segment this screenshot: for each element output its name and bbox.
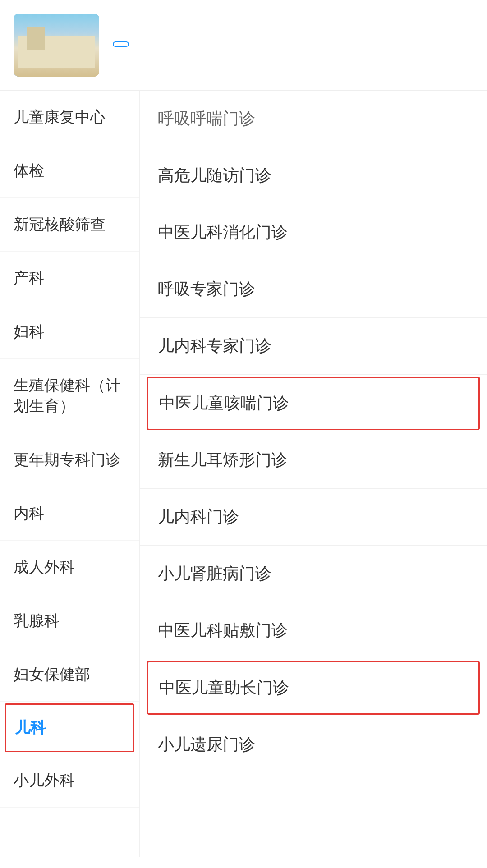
sidebar-item-adult-surgery[interactable]: 成人外科 [0, 541, 139, 594]
sidebar-item-covid-screening[interactable]: 新冠核酸筛查 [0, 198, 139, 252]
sidebar-item-breast[interactable]: 乳腺科 [0, 594, 139, 648]
sidebar-item-label: 成人外科 [14, 558, 75, 575]
content-item-tcm-patch[interactable]: 中医儿科贴敷门诊 [140, 602, 487, 659]
main-layout: 儿童康复中心体检新冠核酸筛查产科妇科生殖保健科（计划生育）更年期专科门诊内科成人… [0, 91, 487, 857]
content-panel: 呼吸呼喘门诊高危儿随访门诊中医儿科消化门诊呼吸专家门诊儿内科专家门诊中医儿童咳喘… [140, 91, 487, 857]
sidebar-item-label: 更年期专科门诊 [14, 451, 121, 468]
sidebar-item-label: 妇女保健部 [14, 666, 90, 683]
sidebar-item-label: 体检 [14, 162, 44, 179]
hospital-info [99, 35, 469, 55]
sidebar-item-label: 乳腺科 [14, 612, 60, 629]
sidebar-item-obstetrics[interactable]: 产科 [0, 252, 139, 305]
content-item-pediatric-kidney[interactable]: 小儿肾脏病门诊 [140, 546, 487, 602]
hospital-badge [113, 41, 129, 47]
sidebar-item-label: 妇科 [14, 323, 44, 340]
sidebar-item-pediatrics[interactable]: 儿科 [5, 703, 134, 752]
content-item-tcm-cough[interactable]: 中医儿童咳喘门诊 [147, 377, 480, 430]
content-item-intake-clinic[interactable]: 呼吸呼喘门诊 [140, 91, 487, 147]
content-item-newborn-ear[interactable]: 新生儿耳矫形门诊 [140, 432, 487, 489]
content-item-label: 呼吸专家门诊 [158, 280, 255, 298]
sidebar-item-physical-exam[interactable]: 体检 [0, 144, 139, 198]
content-item-tcm-growth[interactable]: 中医儿童助长门诊 [147, 661, 480, 715]
sidebar-item-label: 内科 [14, 505, 44, 522]
content-item-label: 小儿遗尿门诊 [158, 735, 255, 753]
content-item-high-risk-followup[interactable]: 高危儿随访门诊 [140, 147, 487, 204]
content-item-label: 儿内科门诊 [158, 507, 239, 526]
content-item-label: 中医儿科贴敷门诊 [158, 621, 288, 639]
content-item-enuresis[interactable]: 小儿遗尿门诊 [140, 716, 487, 773]
content-item-pediatric-internal[interactable]: 儿内科门诊 [140, 489, 487, 546]
sidebar-item-label: 儿科 [15, 719, 46, 736]
sidebar-item-children-rehab[interactable]: 儿童康复中心 [0, 91, 139, 144]
content-item-label: 中医儿科消化门诊 [158, 223, 288, 241]
content-item-pediatric-internal-expert[interactable]: 儿内科专家门诊 [140, 318, 487, 375]
sidebar-item-menopause[interactable]: 更年期专科门诊 [0, 433, 139, 487]
content-item-respiratory-expert[interactable]: 呼吸专家门诊 [140, 261, 487, 318]
content-item-label: 呼吸呼喘门诊 [158, 109, 255, 128]
sidebar-item-label: 儿童康复中心 [14, 108, 106, 125]
content-item-label: 小儿肾脏病门诊 [158, 564, 271, 583]
sidebar: 儿童康复中心体检新冠核酸筛查产科妇科生殖保健科（计划生育）更年期专科门诊内科成人… [0, 91, 140, 857]
sidebar-item-label: 小儿外科 [14, 772, 75, 789]
content-item-label: 新生儿耳矫形门诊 [158, 450, 288, 469]
hospital-image [14, 14, 99, 77]
sidebar-item-internal-medicine[interactable]: 内科 [0, 487, 139, 541]
sidebar-item-gynecology[interactable]: 妇科 [0, 305, 139, 359]
sidebar-item-label: 产科 [14, 269, 44, 286]
sidebar-item-label: 生殖保健科（计划生育） [14, 377, 121, 414]
content-item-label: 高危儿随访门诊 [158, 166, 271, 184]
sidebar-item-reproductive-health[interactable]: 生殖保健科（计划生育） [0, 359, 139, 433]
sidebar-item-pediatric-surgery[interactable]: 小儿外科 [0, 754, 139, 808]
sidebar-item-womens-health[interactable]: 妇女保健部 [0, 648, 139, 702]
sidebar-item-label: 新冠核酸筛查 [14, 216, 106, 233]
content-item-tcm-digestive[interactable]: 中医儿科消化门诊 [140, 204, 487, 261]
content-item-label: 中医儿童咳喘门诊 [159, 394, 289, 412]
content-item-label: 中医儿童助长门诊 [159, 678, 289, 697]
hospital-header[interactable] [0, 0, 487, 91]
content-item-label: 儿内科专家门诊 [158, 336, 271, 355]
